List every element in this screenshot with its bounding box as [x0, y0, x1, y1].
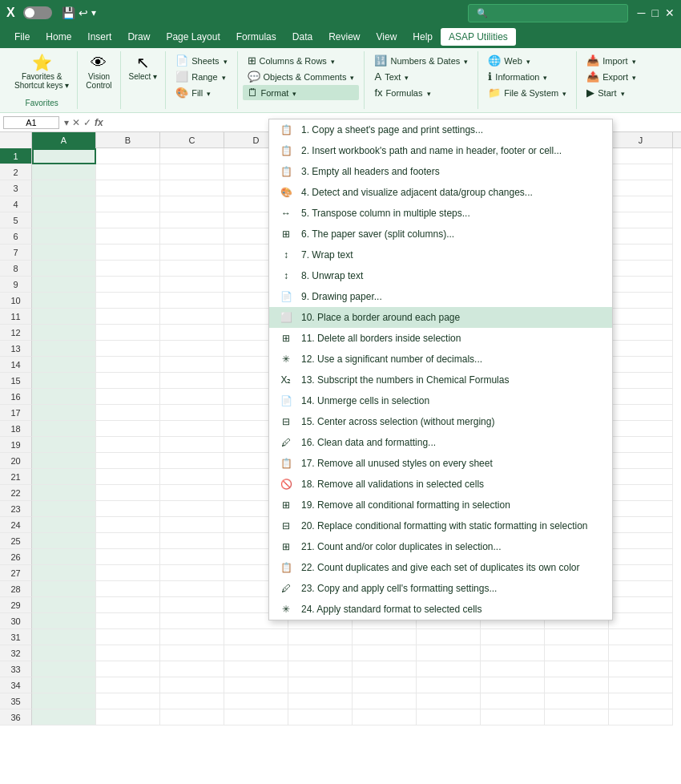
cell-C6[interactable] — [160, 228, 224, 244]
format-menu-item-17[interactable]: 📋17. Remove all unused styles on every s… — [269, 453, 612, 474]
cell-A13[interactable] — [32, 341, 96, 357]
cell-C2[interactable] — [160, 164, 224, 180]
numbers-dates-button[interactable]: 🔢 Numbers & Dates ▾ — [369, 53, 473, 68]
row-header-3[interactable]: 3 — [0, 180, 32, 196]
cell-C10[interactable] — [160, 293, 224, 309]
cell-B19[interactable] — [96, 437, 160, 453]
row-header-1[interactable]: 1 — [0, 148, 32, 164]
cell-A35[interactable] — [32, 693, 96, 709]
cell-E33[interactable] — [288, 661, 353, 677]
menu-draw[interactable]: Draw — [119, 28, 158, 46]
format-menu-item-10[interactable]: ⬜10. Place a border around each page — [269, 307, 612, 328]
cell-C20[interactable] — [160, 453, 224, 469]
cell-A33[interactable] — [32, 661, 96, 677]
cell-B34[interactable] — [96, 677, 160, 693]
row-header-9[interactable]: 9 — [0, 277, 32, 293]
cell-F34[interactable] — [353, 677, 417, 693]
cell-A24[interactable] — [32, 517, 96, 533]
menu-insert[interactable]: Insert — [79, 28, 119, 46]
cell-E32[interactable] — [288, 645, 353, 661]
format-menu-item-3[interactable]: 📋3. Empty all headers and footers — [269, 161, 612, 182]
cell-B31[interactable] — [96, 629, 160, 645]
format-menu-item-15[interactable]: ⊟15. Center across selection (without me… — [269, 411, 612, 432]
format-menu-item-21[interactable]: ⊞21. Count and/or color duplicates in se… — [269, 536, 612, 557]
cell-A31[interactable] — [32, 629, 96, 645]
cell-H36[interactable] — [481, 709, 545, 725]
cell-B8[interactable] — [96, 261, 160, 277]
web-button[interactable]: 🌐 Web ▾ — [483, 53, 571, 68]
cell-A23[interactable] — [32, 501, 96, 517]
export-button[interactable]: 📤 Export ▾ — [582, 69, 641, 84]
cell-E34[interactable] — [288, 677, 353, 693]
cell-reference[interactable] — [3, 116, 59, 129]
cell-J22[interactable] — [609, 485, 673, 501]
cell-C11[interactable] — [160, 309, 224, 325]
text-button[interactable]: A Text ▾ — [369, 69, 473, 84]
menu-page-layout[interactable]: Page Layout — [158, 28, 228, 46]
row-header-4[interactable]: 4 — [0, 196, 32, 212]
row-header-16[interactable]: 16 — [0, 389, 32, 405]
cell-B9[interactable] — [96, 277, 160, 293]
save-icon[interactable]: 💾 — [62, 6, 75, 19]
cell-B24[interactable] — [96, 517, 160, 533]
cell-A21[interactable] — [32, 469, 96, 485]
cell-C21[interactable] — [160, 469, 224, 485]
undo-icon[interactable]: ↩ — [79, 6, 88, 19]
cell-J31[interactable] — [609, 629, 673, 645]
cell-J27[interactable] — [609, 565, 673, 581]
menu-home[interactable]: Home — [38, 28, 79, 46]
cell-C25[interactable] — [160, 533, 224, 549]
col-header-j[interactable]: J — [609, 132, 673, 148]
cell-A11[interactable] — [32, 309, 96, 325]
cell-A18[interactable] — [32, 421, 96, 437]
menu-file[interactable]: File — [6, 28, 38, 46]
cell-A10[interactable] — [32, 293, 96, 309]
cell-F36[interactable] — [353, 709, 417, 725]
columns-rows-button[interactable]: ⊞ Columns & Rows ▾ — [243, 53, 360, 68]
cell-B18[interactable] — [96, 421, 160, 437]
cell-B10[interactable] — [96, 293, 160, 309]
cell-A36[interactable] — [32, 709, 96, 725]
cell-J26[interactable] — [609, 549, 673, 565]
col-header-b[interactable]: B — [96, 132, 160, 148]
menu-data[interactable]: Data — [284, 28, 320, 46]
row-header-10[interactable]: 10 — [0, 293, 32, 309]
cell-J3[interactable] — [609, 180, 673, 196]
cell-A29[interactable] — [32, 597, 96, 613]
cell-J4[interactable] — [609, 196, 673, 212]
cell-C34[interactable] — [160, 677, 224, 693]
cell-B33[interactable] — [96, 661, 160, 677]
cell-C13[interactable] — [160, 341, 224, 357]
cell-I36[interactable] — [545, 709, 609, 725]
format-menu-item-5[interactable]: ↔5. Transpose column in multiple steps..… — [269, 203, 612, 224]
cancel-formula-icon[interactable]: ✕ — [72, 117, 80, 128]
minimize-icon[interactable]: ─ — [638, 6, 646, 19]
cell-A3[interactable] — [32, 180, 96, 196]
cell-A6[interactable] — [32, 228, 96, 244]
format-menu-item-4[interactable]: 🎨4. Detect and visualize adjacent data/g… — [269, 182, 612, 203]
cell-B4[interactable] — [96, 196, 160, 212]
cell-B2[interactable] — [96, 164, 160, 180]
format-menu-item-8[interactable]: ↕8. Unwrap text — [269, 265, 612, 286]
cell-G31[interactable] — [417, 629, 481, 645]
vision-control-button[interactable]: 👁 VisionControl — [83, 53, 115, 91]
cell-I33[interactable] — [545, 661, 609, 677]
format-menu-item-2[interactable]: 📋2. Insert workbook's path and name in h… — [269, 140, 612, 161]
cell-F33[interactable] — [353, 661, 417, 677]
cell-J2[interactable] — [609, 164, 673, 180]
format-menu-item-20[interactable]: ⊟20. Replace conditional formatting with… — [269, 515, 612, 536]
select-button[interactable]: ↖ Select ▾ — [126, 53, 161, 83]
file-system-button[interactable]: 📁 File & System ▾ — [483, 85, 571, 100]
cell-B14[interactable] — [96, 357, 160, 373]
cell-B5[interactable] — [96, 212, 160, 228]
cell-B30[interactable] — [96, 613, 160, 629]
cell-G33[interactable] — [417, 661, 481, 677]
autosave-toggle[interactable] — [23, 6, 52, 19]
row-header-30[interactable]: 30 — [0, 613, 32, 629]
cell-J12[interactable] — [609, 325, 673, 341]
row-header-29[interactable]: 29 — [0, 597, 32, 613]
row-header-18[interactable]: 18 — [0, 421, 32, 437]
cell-A17[interactable] — [32, 405, 96, 421]
cell-C26[interactable] — [160, 549, 224, 565]
range-button[interactable]: ⬜ Range ▾ — [171, 69, 232, 84]
